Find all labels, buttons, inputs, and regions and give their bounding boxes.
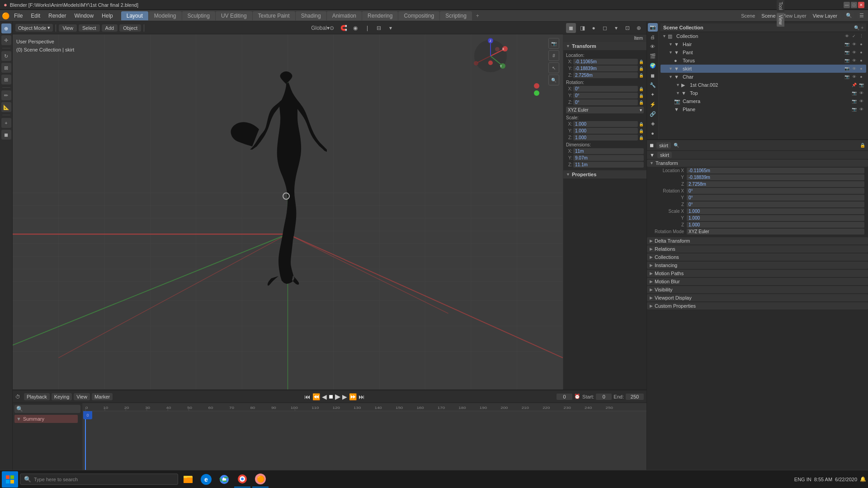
viewport-shading-settings[interactable]: ▾: [611, 23, 621, 33]
object-menu[interactable]: Object: [119, 24, 141, 32]
viewport-search-btn[interactable]: 🔍: [548, 75, 559, 85]
camera-hide-btn[interactable]: 👁: [858, 98, 864, 104]
viewport-nav-btn[interactable]: ↖: [548, 62, 559, 73]
collections-header[interactable]: ▶ Collections: [647, 253, 868, 261]
render-props-icon[interactable]: 📷: [648, 23, 658, 32]
material-props-icon[interactable]: ●: [648, 129, 658, 138]
viewport-shading-rendered[interactable]: ●: [589, 23, 599, 33]
scale-z-value[interactable]: 1.000: [573, 135, 638, 141]
menu-file[interactable]: File: [10, 12, 26, 20]
properties-section-header[interactable]: ▼ Properties: [563, 170, 646, 178]
torus-select-btn[interactable]: ●: [858, 57, 864, 64]
exclude-btn[interactable]: ✓: [851, 33, 857, 39]
add-menu[interactable]: Add: [102, 24, 118, 32]
obj-rotation-mode[interactable]: XYZ Euler: [687, 229, 864, 235]
step-back[interactable]: ◀: [322, 393, 327, 400]
rotation-z-value[interactable]: 0°: [573, 99, 638, 105]
pant-select-btn[interactable]: ●: [858, 49, 864, 56]
timeline-frames[interactable]: 0 10 20 30 40 50 60 70 80 90 100: [83, 403, 646, 471]
viewport-content[interactable]: User Perspective (0) Scene Collection | …: [13, 34, 563, 389]
scene-selector[interactable]: Scene: [758, 12, 779, 19]
scale-lock-z[interactable]: 🔒: [639, 136, 644, 140]
start-button[interactable]: [2, 471, 18, 488]
stop-btn[interactable]: ■: [329, 393, 333, 401]
select-menu[interactable]: Select: [79, 24, 100, 32]
tab-uv-editing[interactable]: UV Editing: [216, 11, 252, 20]
location-z-value[interactable]: 2.7258m: [573, 72, 638, 78]
collection-filter[interactable]: 🔍: [854, 25, 859, 30]
view-menu-timeline[interactable]: View: [74, 393, 90, 400]
skirt-select-btn[interactable]: ●: [858, 66, 864, 72]
tab-shading[interactable]: Shading: [296, 11, 326, 20]
hair-cam-btn[interactable]: 📷: [844, 41, 850, 47]
obj-rot-y[interactable]: 0°: [687, 195, 864, 201]
scale-tool[interactable]: ⊠: [1, 63, 11, 73]
dim-x-value[interactable]: 11m: [573, 148, 644, 154]
scale-x-value[interactable]: 1.000: [573, 121, 638, 127]
tree-1stchar002[interactable]: ▼ ▶ 1st Char.002 📌 📷: [660, 81, 866, 89]
transform-pivot[interactable]: ◉: [350, 23, 360, 33]
viewport-shading-wireframe[interactable]: ◻: [600, 23, 610, 33]
rot-lock-z[interactable]: 🔒: [639, 100, 644, 105]
global-dropdown[interactable]: Global▾: [315, 23, 325, 33]
char-hide-btn[interactable]: 👁: [851, 74, 857, 80]
summary-track[interactable]: ▼ Summary: [14, 415, 78, 423]
obj-scale-y[interactable]: 1.000: [687, 215, 864, 221]
tab-texture-paint[interactable]: Texture Paint: [253, 11, 295, 20]
hair-select-btn[interactable]: ●: [858, 41, 864, 47]
start-frame-input[interactable]: 0: [596, 394, 612, 400]
navigation-gizmo[interactable]: X Y Z: [472, 38, 509, 74]
snap-toggle[interactable]: 🧲: [339, 23, 349, 33]
location-x-value[interactable]: -0.11065m: [573, 59, 638, 65]
tab-animation[interactable]: Animation: [327, 11, 362, 20]
viewport-display-header[interactable]: ▶ Viewport Display: [647, 294, 868, 301]
delta-transform-header[interactable]: ▶ Delta Transform: [647, 237, 868, 244]
plane-cam-btn[interactable]: 📷: [851, 106, 857, 113]
rotate-tool[interactable]: ↻: [1, 51, 11, 61]
tab-sculpting[interactable]: Sculpting: [182, 11, 215, 20]
menu-edit[interactable]: Edit: [27, 12, 44, 20]
object-mode-dropdown[interactable]: Object Mode ▾: [15, 24, 53, 32]
skirt-cam-btn[interactable]: 📷: [844, 66, 850, 72]
gizmo-toggle[interactable]: ⊕: [634, 23, 644, 33]
tree-char[interactable]: ▼ ▼ Char 📷 👁 ●: [660, 73, 866, 81]
world-props-icon[interactable]: 🌍: [648, 61, 658, 70]
modifier-props-icon[interactable]: 🔧: [648, 81, 658, 89]
tab-compositing[interactable]: Compositing: [398, 11, 439, 20]
rotation-x-value[interactable]: 0°: [573, 86, 638, 92]
pant-hide-btn[interactable]: 👁: [851, 49, 857, 56]
playback-menu[interactable]: Playback: [24, 393, 50, 400]
close-button[interactable]: ✕: [858, 2, 864, 8]
obj-rot-x[interactable]: 0°: [687, 188, 864, 194]
taskbar-app-blender[interactable]: 🟠: [252, 471, 269, 488]
obj-loc-x[interactable]: -0.11065m: [687, 168, 864, 174]
relations-header[interactable]: ▶ Relations: [647, 245, 868, 253]
char-cam-btn[interactable]: 📷: [844, 74, 850, 80]
scale-y-value[interactable]: 1.000: [573, 128, 638, 134]
object-name-field[interactable]: skirt: [656, 142, 671, 149]
taskbar-app-explorer[interactable]: [180, 471, 196, 488]
item-tab[interactable]: Item: [563, 34, 646, 42]
timeline-content[interactable]: 🔍 ▼ Summary: [13, 403, 646, 471]
camera-cam-btn[interactable]: 📷: [851, 98, 857, 104]
scale-lock-x[interactable]: 🔒: [639, 122, 644, 127]
cursor-tool[interactable]: ⊕: [1, 23, 11, 33]
keying-menu[interactable]: Keying: [52, 393, 72, 400]
transform-section-header[interactable]: ▼ Transform: [563, 42, 646, 50]
dim-y-value[interactable]: 9.07m: [573, 155, 644, 161]
obj-loc-y[interactable]: -0.18839m: [687, 174, 864, 180]
end-frame-input[interactable]: 250: [626, 394, 644, 400]
skirt-hide-btn[interactable]: 👁: [851, 66, 857, 72]
constraints-props-icon[interactable]: 🔗: [648, 110, 658, 118]
instancing-header[interactable]: ▶ Instancing: [647, 262, 868, 269]
taskbar-app-chrome2[interactable]: [234, 471, 250, 488]
timeline-search[interactable]: 🔍: [14, 405, 80, 413]
location-y-value[interactable]: -0.18839m: [573, 66, 638, 71]
more-btn[interactable]: ⋮: [858, 33, 864, 39]
viewport-shading-material[interactable]: ◨: [577, 23, 587, 33]
obj-scale-x[interactable]: 1.000: [687, 208, 864, 214]
top-cam-btn[interactable]: 📷: [851, 90, 857, 96]
rotation-mode-dropdown[interactable]: XYZ Euler ▾: [566, 107, 644, 113]
taskbar-search-bar[interactable]: 🔍 Type here to search: [20, 474, 178, 485]
next-keyframe[interactable]: ⏩: [349, 393, 357, 400]
